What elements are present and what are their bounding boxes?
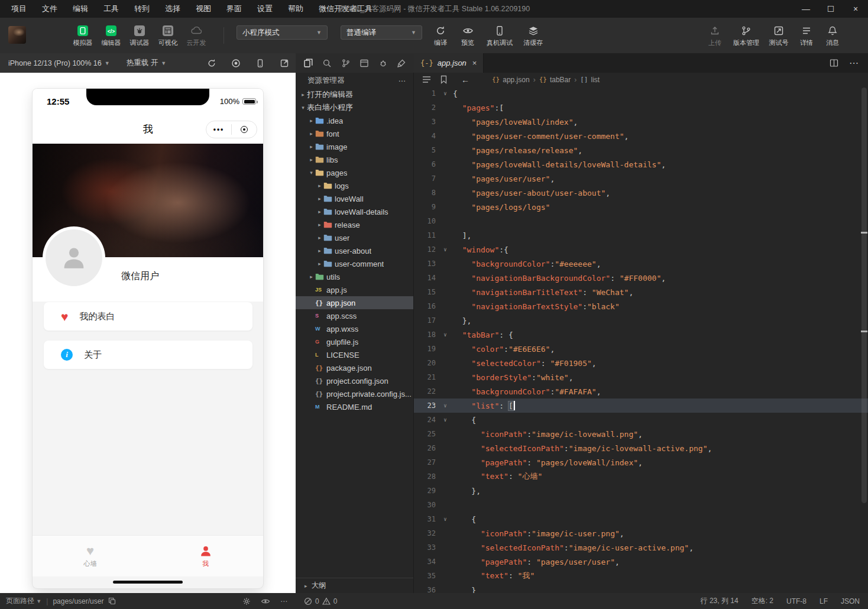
code-line-6[interactable]: 6 "pages/loveWall-details/loveWall-detai…	[414, 157, 868, 171]
tree-item-app.json[interactable]: {}app.json	[296, 296, 413, 309]
code-line-11[interactable]: 11 ],	[414, 228, 868, 242]
toolbar-button-模拟器[interactable]: 模拟器	[69, 24, 97, 47]
tree-item-app.wxss[interactable]: Wapp.wxss	[296, 322, 413, 335]
code-line-8[interactable]: 8 "pages/user-about/user-about",	[414, 186, 868, 200]
mode-select[interactable]: 小程序模式 ▼	[237, 25, 328, 40]
code-line-18[interactable]: 18∨ "tabBar": {	[414, 328, 868, 342]
explorer-more-icon[interactable]: ⋯	[399, 76, 407, 85]
toolbar-button-清缓存[interactable]: 清缓存	[518, 24, 549, 47]
maximize-button[interactable]: ☐	[818, 0, 843, 18]
code-line-23[interactable]: 23∨ "list": [	[414, 399, 868, 413]
code-line-31[interactable]: 31∨ {	[414, 512, 868, 526]
toolbar-button-版本管理[interactable]: 版本管理	[728, 24, 764, 47]
tree-item-project.config.json[interactable]: {}project.config.json	[296, 374, 413, 387]
code-line-22[interactable]: 22 "backgroundColor":"#FAFAFA",	[414, 384, 868, 399]
code-line-4[interactable]: 4 "pages/user-comment/user-comment",	[414, 129, 868, 143]
code-line-17[interactable]: 17 },	[414, 313, 868, 328]
code-line-30[interactable]: 30	[414, 498, 868, 512]
fold-chevron-icon[interactable]: ∨	[440, 417, 451, 423]
toolbar-button-调试器[interactable]: 调试器	[125, 24, 154, 47]
editor-scrollbar[interactable]	[860, 86, 868, 593]
page-path-select[interactable]: 页面路径 ▼	[6, 596, 41, 606]
avatar[interactable]	[43, 226, 105, 289]
outline-icon[interactable]	[422, 76, 431, 83]
fold-chevron-icon[interactable]: ∨	[440, 247, 451, 252]
tree-item-font[interactable]: ▸font	[296, 127, 413, 140]
menu-工具[interactable]: 工具	[96, 0, 127, 18]
tree-item-release[interactable]: ▸release	[296, 218, 413, 231]
encoding[interactable]: UTF-8	[786, 597, 807, 605]
panels-icon[interactable]	[359, 59, 369, 68]
tree-item-user-about[interactable]: ▸user-about	[296, 244, 413, 257]
code-line-2[interactable]: 2 "pages":[	[414, 101, 868, 115]
tree-item-loveWall[interactable]: ▸loveWall	[296, 192, 413, 205]
breadcrumb-item-app.json[interactable]: {}app.json	[492, 76, 530, 84]
code-line-20[interactable]: 20 "selectedColor": "#F01905",	[414, 356, 868, 370]
tree-item-logs[interactable]: ▸logs	[296, 179, 413, 192]
menu-视图[interactable]: 视图	[188, 0, 219, 18]
device-select[interactable]: iPhone 12/13 (Pro) 100% 16 ▼	[8, 59, 110, 67]
menu-item-my-confession[interactable]: ♥ 我的表白	[44, 302, 252, 331]
toolbar-button-真机调试[interactable]: 真机调试	[481, 24, 518, 47]
outline-section[interactable]: ▸ 大纲	[296, 578, 413, 593]
menu-dots-icon[interactable]: •••	[206, 126, 231, 133]
menu-转到[interactable]: 转到	[127, 0, 157, 18]
split-editor-icon[interactable]	[830, 59, 838, 67]
bookmark-icon[interactable]	[440, 75, 448, 84]
toolbar-button-预览[interactable]: 预览	[454, 24, 481, 47]
code-line-33[interactable]: 33 "selectedIconPath":"image/ic-user-act…	[414, 540, 868, 555]
language-mode[interactable]: JSON	[841, 597, 860, 605]
toolbar-button-详情[interactable]: 详情	[793, 24, 820, 47]
code-line-16[interactable]: 16 "navigationBarTextStyle":"black"	[414, 299, 868, 313]
code-line-35[interactable]: 35 "text": "我"	[414, 569, 868, 583]
tree-item-user-comment[interactable]: ▸user-comment	[296, 257, 413, 270]
code-line-36[interactable]: 36 }	[414, 583, 868, 593]
code-line-32[interactable]: 32 "iconPath":"image/ic-user.png",	[414, 526, 868, 540]
toolbar-button-消息[interactable]: 消息	[820, 24, 846, 47]
toolbar-button-测试号[interactable]: 测试号	[764, 24, 793, 47]
user-avatar[interactable]	[8, 26, 26, 44]
editor-more-icon[interactable]: ⋯	[849, 57, 859, 69]
menu-设置[interactable]: 设置	[250, 0, 280, 18]
eol-setting[interactable]: LF	[820, 597, 828, 605]
menu-界面[interactable]: 界面	[219, 0, 250, 18]
tree-item-package.json[interactable]: {}package.json	[296, 361, 413, 374]
breadcrumb-item-list[interactable]: []list	[580, 76, 600, 84]
menu-选择[interactable]: 选择	[157, 0, 188, 18]
code-line-26[interactable]: 26 "selectedIconPath":"image/ic-lovewall…	[414, 441, 868, 455]
tree-item-gulpfile.js[interactable]: Ggulpfile.js	[296, 335, 413, 348]
fold-chevron-icon[interactable]: ∨	[440, 516, 451, 522]
tree-item-LICENSE[interactable]: LLICENSE	[296, 348, 413, 361]
eye-icon[interactable]	[261, 597, 270, 605]
search-icon[interactable]	[322, 59, 332, 68]
source-control-icon[interactable]	[341, 59, 351, 68]
minimize-button[interactable]: —	[793, 0, 818, 18]
tab-heart-wall[interactable]: ♥ 心墙	[33, 536, 148, 576]
rotate-icon[interactable]	[207, 59, 216, 68]
code-line-3[interactable]: 3 "pages/loveWall/index",	[414, 115, 868, 129]
code-line-7[interactable]: 7 "pages/user/user",	[414, 171, 868, 186]
toolbar-button-编译[interactable]: 编译	[427, 24, 454, 47]
code-line-28[interactable]: 28 "text": "心墙"	[414, 469, 868, 484]
code-line-25[interactable]: 25 "iconPath":"image/ic-lovewall.png",	[414, 427, 868, 441]
device-icon[interactable]	[255, 59, 265, 68]
code-line-1[interactable]: 1∨{	[414, 86, 868, 101]
statusbar-more-icon[interactable]: ⋯	[280, 597, 287, 605]
tree-item-loveWall-details[interactable]: ▸loveWall-details	[296, 205, 413, 218]
fold-chevron-icon[interactable]: ∨	[440, 403, 451, 409]
scrollbar-thumb[interactable]	[861, 88, 867, 503]
tree-item-.idea[interactable]: ▸.idea	[296, 114, 413, 127]
problems-indicator[interactable]: 0 0	[304, 597, 337, 605]
tree-item-表白墙小程序[interactable]: ▾表白墙小程序	[296, 101, 413, 114]
bug-icon[interactable]	[378, 59, 388, 68]
code-line-29[interactable]: 29 },	[414, 484, 868, 498]
files-icon[interactable]	[303, 58, 313, 68]
tab-me[interactable]: 我	[148, 536, 263, 576]
menu-item-about[interactable]: i 关于	[44, 341, 252, 369]
code-line-12[interactable]: 12∨ "window":{	[414, 242, 868, 257]
code-line-10[interactable]: 10	[414, 214, 868, 228]
tree-item-pages[interactable]: ▾pages	[296, 166, 413, 179]
tree-item-README.md[interactable]: MREADME.md	[296, 400, 413, 413]
indent-setting[interactable]: 空格: 2	[752, 596, 773, 606]
tab-app-json[interactable]: {-} app.json ×	[414, 53, 484, 73]
